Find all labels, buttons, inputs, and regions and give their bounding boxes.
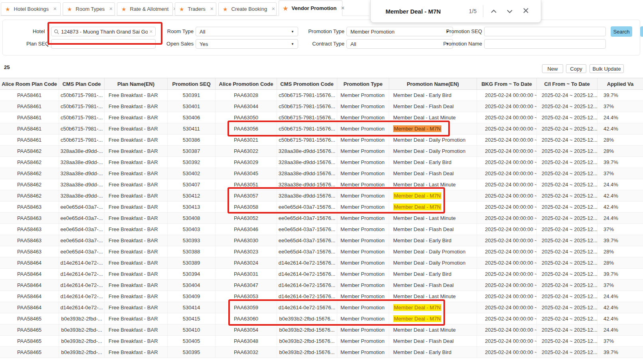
- bulk-update-button[interactable]: Bulk Update: [590, 64, 624, 73]
- table-body: PAA58461c50b6715-7981-...Free Breakfast …: [0, 90, 643, 358]
- table-row[interactable]: PAA58464d14e2614-0e72-...Free Breakfast …: [0, 257, 643, 269]
- find-next-button[interactable]: [502, 4, 518, 18]
- cell-plan-name-en: Free Breakfast - BAR: [105, 202, 168, 212]
- clear-icon[interactable]: ✕: [149, 29, 153, 34]
- cell-alice-room-plan-code: PAA58463: [0, 224, 59, 235]
- cell-promotion-name-en: Member Deal - M7N: [389, 190, 477, 201]
- cell-cms-plan-code: d14e2614-0e72-...: [59, 280, 105, 291]
- table-row[interactable]: PAA58462328aa38e-d9dd-...Free Breakfast …: [0, 179, 643, 190]
- cell-promotion-name-en: Member Deal - M7N: [389, 123, 477, 134]
- table-row[interactable]: PAA58461c50b6715-7981-...Free Breakfast …: [0, 123, 643, 135]
- tab-room-types[interactable]: ★Room Types✕: [63, 2, 115, 16]
- cell-alice-promotion-code: PAA63045: [216, 168, 277, 179]
- cell-cms-plan-code: c50b6715-7981-...: [59, 135, 105, 145]
- cell-promotion-seq: 530402: [168, 168, 216, 179]
- cell-applied-value: 39.7%: [597, 269, 643, 279]
- tab-close-icon[interactable]: ✕: [341, 6, 344, 11]
- tab-close-icon[interactable]: ✕: [109, 6, 113, 12]
- search-button[interactable]: Search: [611, 26, 632, 37]
- find-close-button[interactable]: [518, 4, 534, 18]
- cell-plan-name-en: Free Breakfast - BAR: [105, 302, 168, 313]
- table-row[interactable]: PAA58462328aa38e-d9dd-...Free Breakfast …: [0, 168, 643, 179]
- plan-seq-input[interactable]: [51, 39, 156, 49]
- cell-bkg-from-to-date: 2025-02-24 00:00:00 ~ ...: [477, 257, 537, 268]
- chevron-up-icon: [491, 8, 497, 14]
- table-row[interactable]: PAA58464d14e2614-0e72-...Free Breakfast …: [0, 280, 643, 291]
- cell-bkg-from-to-date: 2025-02-24 00:00:00 ~ ...: [477, 235, 537, 246]
- open-sales-select[interactable]: Yes ▼: [196, 39, 298, 49]
- table-row[interactable]: PAA58462328aa38e-d9dd-...Free Breakfast …: [0, 146, 643, 157]
- cell-bkg-from-to-date: 2025-02-24 00:00:00 ~ ...: [477, 179, 537, 190]
- tab-close-icon[interactable]: ✕: [271, 6, 275, 12]
- cell-alice-promotion-code: PAA63022: [216, 146, 277, 156]
- cell-cms-plan-code: ee0e65d4-03a7-...: [59, 246, 105, 257]
- tab-bar: ★Hotel Bookings✕★Room Types✕★Rate & Allo…: [0, 0, 369, 16]
- cell-cms-promotion-code: ee0e65d4-03a7-15676...: [277, 202, 337, 212]
- table-row[interactable]: PAA58465b0e393b2-2fbd-...Free Breakfast …: [0, 313, 643, 324]
- cell-promotion-seq: 530404: [168, 280, 216, 291]
- plan-seq-label: Plan SEQ: [16, 39, 49, 49]
- tab-close-icon[interactable]: ✕: [210, 6, 214, 12]
- table-row[interactable]: PAA58463ee0e65d4-03a7-...Free Breakfast …: [0, 213, 643, 224]
- table-row[interactable]: PAA58463ee0e65d4-03a7-...Free Breakfast …: [0, 224, 643, 235]
- cell-ci-from-to-date: 2025-02-24 ~ 2025-12...: [537, 302, 597, 313]
- cell-applied-value: 28%: [597, 135, 643, 145]
- table-row[interactable]: PAA58461c50b6715-7981-...Free Breakfast …: [0, 112, 643, 123]
- contract-type-select[interactable]: All ▼: [346, 39, 453, 49]
- hotel-input-field[interactable]: [61, 29, 148, 35]
- cell-promotion-type: Member Promotion: [337, 302, 389, 313]
- filter-panel: [2, 20, 640, 55]
- find-match-highlight: Member Deal - M7N: [393, 125, 441, 132]
- cell-cms-plan-code: 328aa38e-d9dd-...: [59, 179, 105, 190]
- find-query-input[interactable]: Member Deal - M7N: [386, 8, 469, 15]
- promotion-seq-input[interactable]: [484, 27, 606, 36]
- hotel-search-input[interactable]: ✕: [51, 27, 156, 36]
- table-row[interactable]: PAA58465b0e393b2-2fbd-...Free Breakfast …: [0, 336, 643, 347]
- search-icon: [54, 29, 59, 34]
- new-button[interactable]: New: [542, 64, 563, 73]
- cell-applied-value: 42.4%: [597, 313, 643, 324]
- cell-alice-room-plan-code: PAA58462: [0, 157, 59, 168]
- cell-alice-promotion-code: PAA63044: [216, 101, 277, 112]
- cell-alice-promotion-code: PAA63048: [216, 336, 277, 346]
- room-type-select[interactable]: All ▼: [196, 27, 298, 36]
- clipped-button-partial[interactable]: [640, 26, 643, 37]
- cell-bkg-from-to-date: 2025-02-24 00:00:00 ~ ...: [477, 112, 537, 123]
- table-row[interactable]: PAA58464d14e2614-0e72-...Free Breakfast …: [0, 269, 643, 280]
- tab-traders[interactable]: ★Traders✕: [175, 2, 216, 16]
- cell-alice-promotion-code: PAA63059: [216, 302, 277, 313]
- tab-hotel-bookings[interactable]: ★Hotel Bookings✕: [1, 2, 61, 16]
- tab-close-icon[interactable]: ✕: [53, 6, 57, 12]
- find-previous-button[interactable]: [486, 4, 502, 18]
- tab-rate-allotment[interactable]: ★Rate & Allotment✕: [117, 2, 173, 16]
- table-row[interactable]: PAA58462328aa38e-d9dd-...Free Breakfast …: [0, 157, 643, 168]
- table-row[interactable]: PAA58464d14e2614-0e72-...Free Breakfast …: [0, 302, 643, 313]
- table-row[interactable]: PAA58461c50b6715-7981-...Free Breakfast …: [0, 135, 643, 146]
- cell-applied-value: 28%: [597, 246, 643, 257]
- cell-promotion-type: Member Promotion: [337, 291, 389, 302]
- cell-promotion-seq: 530415: [168, 313, 216, 324]
- tab-create-booking[interactable]: ★Create Booking✕: [218, 2, 277, 16]
- table-row[interactable]: PAA58461c50b6715-7981-...Free Breakfast …: [0, 90, 643, 101]
- table-row[interactable]: PAA58463ee0e65d4-03a7-...Free Breakfast …: [0, 235, 643, 246]
- cell-promotion-type: Member Promotion: [337, 179, 389, 190]
- cell-promotion-type: Member Promotion: [337, 235, 389, 246]
- promotion-name-input[interactable]: [484, 39, 606, 49]
- table-row[interactable]: PAA58465b0e393b2-2fbd-...Free Breakfast …: [0, 347, 643, 358]
- table-row[interactable]: PAA58463ee0e65d4-03a7-...Free Breakfast …: [0, 246, 643, 257]
- table-row[interactable]: PAA58463ee0e65d4-03a7-...Free Breakfast …: [0, 202, 643, 213]
- room-type-label: Room Type: [160, 27, 194, 36]
- table-row[interactable]: PAA58462328aa38e-d9dd-...Free Breakfast …: [0, 190, 643, 202]
- table-row[interactable]: PAA58465b0e393b2-2fbd-...Free Breakfast …: [0, 324, 643, 336]
- promotion-type-select[interactable]: Member Promotion ▼: [346, 27, 453, 36]
- copy-button[interactable]: Copy: [566, 64, 586, 73]
- cell-bkg-from-to-date: 2025-02-24 00:00:00 ~ ...: [477, 291, 537, 302]
- table-row[interactable]: PAA58464d14e2614-0e72-...Free Breakfast …: [0, 291, 643, 302]
- table-row[interactable]: PAA58461c50b6715-7981-...Free Breakfast …: [0, 101, 643, 112]
- cell-alice-room-plan-code: PAA58464: [0, 257, 59, 268]
- tab-vendor-promotion[interactable]: ★Vendor Promotion✕: [279, 0, 342, 16]
- cell-alice-room-plan-code: PAA58465: [0, 313, 59, 324]
- cell-promotion-type: Member Promotion: [337, 224, 389, 235]
- cell-ci-from-to-date: 2025-02-24 ~ 2025-12...: [537, 213, 597, 224]
- result-count: 25: [4, 64, 10, 70]
